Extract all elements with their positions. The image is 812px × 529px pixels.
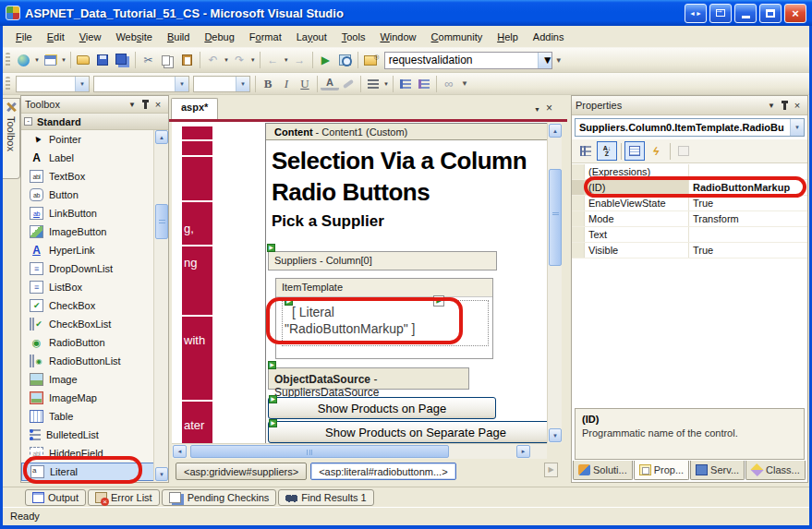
menu-tools[interactable]: Tools (334, 29, 373, 45)
maximize-button[interactable] (759, 4, 782, 23)
new-website-button[interactable] (15, 52, 32, 69)
alignment-button[interactable] (364, 75, 382, 92)
design-horizontal-scrollbar[interactable]: ◄ ► (172, 443, 547, 459)
alignment-dropdown[interactable]: ▼ (383, 81, 389, 87)
tag-gridview-suppliers[interactable]: <asp:gridview#suppliers> (176, 463, 307, 480)
highlight-button[interactable] (339, 75, 358, 92)
button-glyph-icon[interactable]: ▶ (269, 419, 277, 427)
collapse-icon[interactable]: - (24, 117, 32, 126)
categorized-button[interactable] (576, 141, 596, 161)
document-tab-aspx[interactable]: aspx* (171, 98, 218, 119)
navigate-forward-button[interactable]: → (291, 52, 309, 69)
menu-debug[interactable]: Debug (197, 29, 241, 45)
property-value[interactable]: True (689, 196, 807, 210)
menu-help[interactable]: Help (490, 29, 526, 45)
scroll-down-button[interactable]: ▼ (549, 428, 562, 442)
undo-dropdown[interactable]: ▼ (224, 57, 229, 63)
hyperlink-button[interactable]: ∞ (440, 75, 458, 92)
toolbox-item-dropdownlist[interactable]: ≡DropDownList (21, 259, 154, 278)
toolbox-item-linkbutton[interactable]: abLinkButton (21, 204, 154, 222)
scroll-right-button[interactable]: ► (516, 445, 530, 458)
toolbox-item-hyperlink[interactable]: AHyperLink (21, 241, 154, 259)
navigate-back-button[interactable]: ← (264, 52, 282, 69)
properties-menu-dropdown[interactable]: ▼ (765, 100, 778, 112)
toolbox-item-textbox[interactable]: ablTextBox (21, 167, 154, 186)
property-pages-button[interactable] (673, 141, 694, 161)
button-glyph-icon[interactable]: ▶ (269, 395, 277, 403)
window-undock-button[interactable] (709, 4, 732, 23)
property-value[interactable]: True (689, 243, 807, 258)
redo-dropdown[interactable]: ▼ (250, 57, 256, 63)
toolbar-overflow-button[interactable]: ▼ (461, 79, 468, 88)
open-file-button[interactable] (75, 52, 92, 69)
menu-view[interactable]: View (72, 29, 109, 45)
tab-serv[interactable]: Serv... (690, 461, 745, 480)
properties-object-combo[interactable]: Suppliers.Column0.ItemTemplate.RadioBu ▼ (575, 118, 805, 137)
tag-literal-radiobuttonmarkup[interactable]: <asp:literal#radiobuttonm...> (310, 463, 455, 480)
scrollbar-thumb[interactable] (549, 169, 562, 266)
tab-error-list[interactable]: Error List (88, 489, 160, 506)
menu-addins[interactable]: Addins (526, 29, 572, 45)
menu-build[interactable]: Build (160, 29, 197, 45)
property-value[interactable]: Transform (689, 211, 807, 226)
menu-format[interactable]: Format (242, 29, 289, 45)
tab-class[interactable]: Class... (745, 461, 806, 480)
menu-community[interactable]: Community (424, 29, 491, 45)
tab-output[interactable]: Output (25, 489, 86, 506)
toolbar-grip[interactable] (6, 77, 10, 91)
navigate-back-dropdown[interactable]: ▼ (284, 57, 289, 63)
toolbox-item-imagemap[interactable]: ImageMap (21, 389, 154, 407)
italic-button[interactable]: I (277, 75, 296, 92)
toolbox-item-imagebutton[interactable]: ImageButton (21, 222, 154, 241)
tab-find-results-1[interactable]: Find Results 1 (278, 489, 373, 506)
scroll-up-button[interactable]: ▲ (155, 130, 168, 144)
toolbox-item-pointer[interactable]: ►Pointer (21, 130, 154, 149)
menu-layout[interactable]: Layout (289, 29, 334, 45)
toolbox-item-listbox[interactable]: ≡ListBox (21, 278, 154, 296)
toolbox-scrollbar[interactable]: ▲ ▼ (153, 130, 168, 481)
numbered-list-button[interactable] (415, 75, 433, 92)
search-combo-dropdown[interactable]: ▼ (538, 53, 551, 68)
underline-button[interactable]: U (296, 75, 314, 92)
toolbox-item-checkboxlist[interactable]: ✔CheckBoxList (21, 315, 154, 333)
bulleted-list-button[interactable] (396, 75, 415, 92)
search-combo[interactable]: requestvalidation ▼ (384, 52, 552, 69)
font-name-combo[interactable]: ▼ (93, 76, 189, 92)
redo-button[interactable]: ↷ (231, 52, 248, 69)
window-split-button[interactable]: ◄► (685, 4, 707, 23)
scroll-down-button[interactable]: ▼ (155, 467, 168, 481)
toolbar-grip[interactable] (6, 53, 10, 67)
toolbox-item-button[interactable]: abButton (21, 186, 154, 204)
show-products-on-separate-page-button[interactable]: Show Products on Separate Page (268, 421, 547, 443)
undo-button[interactable]: ↶ (204, 52, 222, 69)
toolbox-section-standard[interactable]: - Standard (21, 114, 168, 130)
menu-website[interactable]: Website (108, 29, 160, 45)
add-item-dropdown[interactable]: ▼ (61, 57, 67, 63)
menu-window[interactable]: Window (372, 29, 423, 45)
tag-navigator-next-button[interactable]: ▶ (544, 463, 558, 477)
properties-object-dropdown[interactable]: ▼ (790, 119, 804, 136)
toolbox-item-table[interactable]: Table (21, 407, 154, 426)
properties-pin-button[interactable] (778, 100, 791, 112)
design-surface[interactable]: g, ng with ater Content - Content1 (Cust… (172, 122, 547, 443)
tab-pending-checkins[interactable]: Pending Checkins (162, 489, 277, 506)
toolbox-item-label[interactable]: ALabel (21, 149, 154, 167)
scrollbar-thumb[interactable] (190, 445, 449, 458)
properties-view-button[interactable] (624, 141, 645, 161)
property-row-visible[interactable]: VisibleTrue (572, 243, 807, 258)
menu-edit[interactable]: Edit (40, 29, 72, 45)
toolbox-item-bulletedlist[interactable]: BulletedList (21, 426, 154, 444)
content-placeholder-header[interactable]: Content - Content1 (Custom) (266, 123, 547, 140)
view-in-browser-button[interactable] (336, 52, 354, 69)
font-color-button[interactable]: A (321, 77, 339, 90)
property-row-text[interactable]: Text (572, 227, 807, 243)
item-template-header[interactable]: ItemTemplate (276, 279, 492, 297)
objectdatasource-control[interactable]: ObjectDataSource - SuppliersDataSource (268, 367, 469, 390)
combo-dropdown[interactable]: ▼ (75, 77, 89, 91)
save-all-button[interactable] (114, 52, 131, 69)
tab-soluti[interactable]: Soluti... (573, 461, 633, 480)
gridview-glyph-icon[interactable]: ▶ (267, 244, 275, 252)
show-products-on-page-button[interactable]: Show Products on Page (268, 397, 496, 419)
target-schema-combo[interactable]: ▼ (16, 76, 90, 92)
close-button[interactable]: × (784, 4, 806, 23)
